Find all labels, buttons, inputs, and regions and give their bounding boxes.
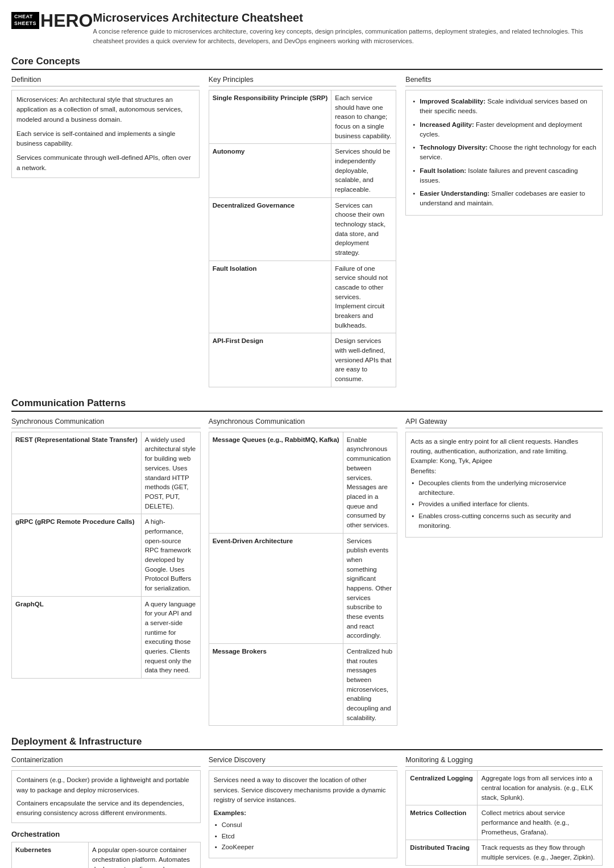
desc: Failure of one service should not cascad… xyxy=(331,261,396,333)
api-benefits-list: Decouples clients from the underlying mi… xyxy=(410,478,598,531)
core-concepts-grid: Definition Microservices: An architectur… xyxy=(11,76,603,387)
desc: Aggregate logs from all services into a … xyxy=(477,771,602,805)
desc: Services should be independently deploya… xyxy=(331,144,396,197)
table-row: API-First DesignDesign services with wel… xyxy=(209,333,396,387)
monitoring-table: Centralized LoggingAggregate logs from a… xyxy=(405,770,603,865)
service-disc-col-header: Service Discovery xyxy=(209,756,398,767)
desc: Services can choose their own technology… xyxy=(331,197,396,261)
list-item: ZooKeeper xyxy=(214,842,393,852)
table-row: Event-Driven ArchitectureServices publis… xyxy=(209,533,397,643)
container-col-header: Containerization xyxy=(11,756,201,767)
def-p1: Microservices: An architectural style th… xyxy=(16,95,194,125)
sync-comm-col: Synchronous Communication REST (Represen… xyxy=(11,418,209,726)
list-item: Fault Isolation: Isolate failures and pr… xyxy=(412,164,596,188)
def-p3: Services communicate through well-define… xyxy=(16,153,194,173)
async-table: Message Queues (e.g., RabbitMQ, Kafka)En… xyxy=(209,432,398,726)
list-item: Technology Diversity: Choose the right t… xyxy=(412,141,596,164)
container-p1: Containers (e.g., Docker) provide a ligh… xyxy=(16,775,196,795)
logo-top-line: CHEAT xyxy=(14,14,36,20)
desc: A widely used architectural style for bu… xyxy=(141,432,200,514)
core-concepts-title: Core Concepts xyxy=(11,56,603,70)
sync-col-header: Synchronous Communication xyxy=(11,418,201,428)
definition-col-header: Definition xyxy=(11,76,200,86)
orchestration-subtitle: Orchestration xyxy=(11,830,201,838)
list-item: Increased Agility: Faster development an… xyxy=(412,118,596,142)
container-col: Containerization Containers (e.g., Docke… xyxy=(11,756,209,868)
term: gRPC (gRPC Remote Procedure Calls) xyxy=(12,514,142,596)
service-disc-col: Service Discovery Services need a way to… xyxy=(209,756,406,868)
monitoring-col-header: Monitoring & Logging xyxy=(405,756,603,767)
page-title: Microservices Architecture Cheatsheet xyxy=(93,11,603,24)
table-row: KubernetesA popular open-source containe… xyxy=(12,842,201,868)
logo: CHEAT SHEETS HERO xyxy=(11,11,93,30)
term: Decentralized Governance xyxy=(209,197,331,261)
comm-patterns-grid: Synchronous Communication REST (Represen… xyxy=(11,418,603,726)
definition-col: Definition Microservices: An architectur… xyxy=(11,76,209,387)
list-item: Decouples clients from the underlying mi… xyxy=(410,478,598,498)
service-disc-examples-label: Examples: xyxy=(214,808,393,818)
benefits-col: Benefits Improved Scalability: Scale ind… xyxy=(405,76,603,387)
deployment-title: Deployment & Infrastructure xyxy=(11,736,603,750)
benefits-col-header: Benefits xyxy=(405,76,603,86)
page-header: CHEAT SHEETS HERO Microservices Architec… xyxy=(11,11,603,46)
term: Message Queues (e.g., RabbitMQ, Kafka) xyxy=(209,432,343,533)
desc: A high-performance, open-source RPC fram… xyxy=(141,514,200,596)
desc: Track requests as they flow through mult… xyxy=(477,840,602,865)
desc: Design services with well-defined, versi… xyxy=(331,333,396,387)
example-value: Kong, Tyk, Apigee xyxy=(439,457,492,464)
table-row: Centralized LoggingAggregate logs from a… xyxy=(406,771,603,805)
desc: A popular open-source container orchestr… xyxy=(89,842,201,868)
list-item: Etcd xyxy=(214,832,393,841)
term: Metrics Collection xyxy=(406,805,478,840)
term: Single Responsibility Principle (SRP) xyxy=(209,90,331,144)
term: Kubernetes xyxy=(12,842,89,868)
def-p2: Each service is self-contained and imple… xyxy=(16,129,194,149)
table-row: Distributed TracingTrack requests as the… xyxy=(406,840,603,865)
table-row: REST (Representational State Transfer)A … xyxy=(12,432,201,514)
key-principles-col-header: Key Principles xyxy=(209,76,397,86)
benefits-box: Improved Scalability: Scale individual s… xyxy=(405,90,603,216)
desc: Enable asynchronous communication betwee… xyxy=(343,432,397,533)
key-principles-table: Single Responsibility Principle (SRP)Eac… xyxy=(209,90,397,387)
term: GraphQL xyxy=(12,596,142,678)
monitoring-col: Monitoring & Logging Centralized Logging… xyxy=(405,756,603,868)
api-gateway-col-header: API Gateway xyxy=(405,418,603,428)
term: Autonomy xyxy=(209,144,331,197)
table-row: Message Queues (e.g., RabbitMQ, Kafka)En… xyxy=(209,432,397,533)
async-col-header: Asynchronous Communication xyxy=(209,418,398,428)
service-disc-desc: Services need a way to discover the loca… xyxy=(214,775,393,805)
desc: Collect metrics about service performanc… xyxy=(477,805,602,840)
term: Fault Isolation xyxy=(209,261,331,333)
service-disc-box: Services need a way to discover the loca… xyxy=(209,770,398,858)
key-principles-col: Key Principles Single Responsibility Pri… xyxy=(209,76,406,387)
term: API-First Design xyxy=(209,333,331,387)
benefits-list: Improved Scalability: Scale individual s… xyxy=(412,95,596,210)
term: REST (Representational State Transfer) xyxy=(12,432,142,514)
term: Centralized Logging xyxy=(406,771,478,805)
sync-table: REST (Representational State Transfer)A … xyxy=(11,432,201,679)
table-row: Metrics CollectionCollect metrics about … xyxy=(406,805,603,840)
comm-patterns-title: Communication Patterns xyxy=(11,398,603,412)
desc: A query language for your API and a serv… xyxy=(141,596,200,678)
table-row: Fault IsolationFailure of one service sh… xyxy=(209,261,396,333)
table-row: Single Responsibility Principle (SRP)Eac… xyxy=(209,90,396,144)
example-label: Example: xyxy=(410,457,438,464)
logo-text-block: CHEAT SHEETS xyxy=(11,12,39,28)
desc: Centralized hub that routes messages bet… xyxy=(343,643,397,725)
list-item: Enables cross-cutting concerns such as s… xyxy=(410,511,598,531)
container-p2: Containers encapsulate the service and i… xyxy=(16,799,196,819)
term: Message Brokers xyxy=(209,643,343,725)
orchestration-table: KubernetesA popular open-source containe… xyxy=(11,842,201,868)
api-benefits-label: Benefits: xyxy=(410,466,598,476)
definition-text: Microservices: An architectural style th… xyxy=(11,90,200,178)
table-row: GraphQLA query language for your API and… xyxy=(12,596,201,678)
service-disc-list: ConsulEtcdZooKeeper xyxy=(214,820,393,852)
logo-hero: HERO xyxy=(40,11,93,30)
table-row: AutonomyServices should be independently… xyxy=(209,144,396,197)
page-description: A concise reference guide to microservic… xyxy=(93,27,603,46)
header-text: Microservices Architecture Cheatsheet A … xyxy=(93,11,603,46)
term: Distributed Tracing xyxy=(406,840,478,865)
container-box: Containers (e.g., Docker) provide a ligh… xyxy=(11,770,201,823)
api-gateway-desc: Acts as a single entry point for all cli… xyxy=(410,437,598,457)
list-item: Consul xyxy=(214,820,393,830)
